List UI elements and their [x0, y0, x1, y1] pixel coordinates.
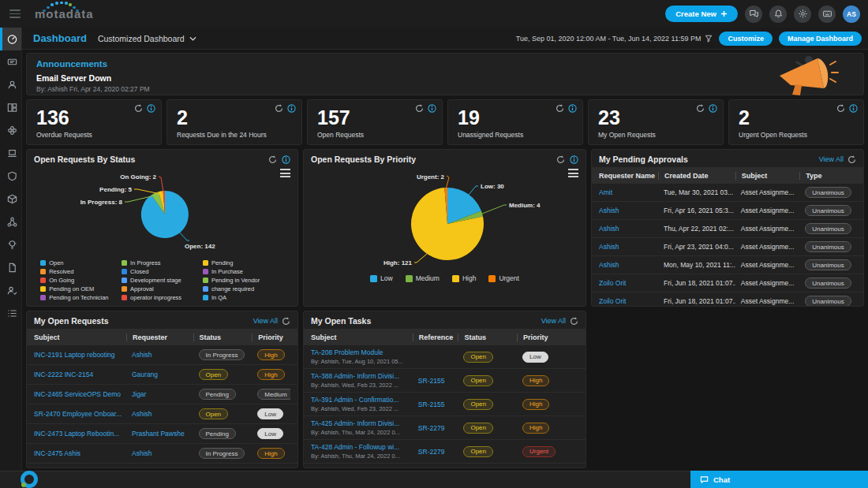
refresh-icon[interactable]	[847, 155, 856, 164]
legend-item[interactable]: On Going	[40, 276, 122, 284]
refresh-icon[interactable]	[836, 104, 845, 113]
legend-item[interactable]: Pending	[203, 259, 284, 266]
sidebar-item-network[interactable]	[0, 210, 21, 233]
refresh-icon[interactable]	[134, 104, 143, 113]
approval-requester-link[interactable]: Ashish	[599, 261, 619, 269]
legend-item[interactable]: In QA	[203, 293, 284, 301]
legend-item[interactable]: High	[452, 274, 476, 282]
info-icon[interactable]	[568, 104, 577, 113]
refresh-icon[interactable]	[275, 104, 283, 113]
legend-item[interactable]: operator inprogress	[122, 293, 203, 301]
user-avatar[interactable]: AS	[843, 6, 860, 23]
chat-bar[interactable]: Chat	[690, 471, 868, 488]
approval-requester-link[interactable]: Zoilo Orit	[599, 297, 626, 305]
reference-link[interactable]: SR-2279	[418, 424, 445, 432]
table-header-row: SubjectRequesterStatusPriority	[27, 329, 297, 345]
legend-item[interactable]: Medium	[406, 274, 440, 282]
legend-item[interactable]: Approval	[122, 285, 203, 292]
refresh-icon[interactable]	[268, 155, 277, 164]
legend-item[interactable]: In Purchase	[203, 267, 284, 275]
request-subject-link[interactable]: SR-2470 Employee Onboar...	[34, 410, 122, 418]
legend-item[interactable]: In Progress	[122, 259, 203, 266]
info-icon[interactable]	[709, 104, 717, 113]
chart-menu-icon[interactable]	[568, 169, 578, 177]
task-subject-link[interactable]: TA-428 Admin - Followup wi...	[311, 443, 399, 451]
sidebar-item-user-check[interactable]	[0, 279, 21, 302]
refresh-icon[interactable]	[570, 317, 578, 326]
request-subject-link[interactable]: INC-2222 INC-2154	[34, 371, 93, 378]
legend-item[interactable]: Urgent	[488, 274, 519, 282]
reference-link[interactable]: SR-2155	[418, 377, 445, 385]
info-icon[interactable]	[849, 104, 858, 113]
create-new-button[interactable]: Create New	[665, 6, 738, 22]
request-subject-link[interactable]: INC-2475 Ashis	[34, 449, 80, 457]
legend-item[interactable]: Pending on Technician	[40, 293, 122, 301]
approval-requester-link[interactable]: Amit	[599, 188, 612, 196]
legend-item[interactable]: Open	[40, 259, 122, 266]
sidebar-item-flower[interactable]	[0, 119, 21, 142]
dashboard-selector[interactable]: Customized Dashboard	[98, 34, 196, 43]
approvals-view-all-link[interactable]: View All	[819, 155, 856, 164]
open-tasks-view-all-link[interactable]: View All	[541, 317, 578, 326]
console-icon[interactable]	[818, 6, 836, 23]
legend-item[interactable]: Pending on OEM	[40, 285, 122, 292]
request-subject-link[interactable]: INC-2191 Laptop rebooting	[34, 351, 115, 359]
requester-link[interactable]: Prashant Pawshe	[132, 430, 185, 438]
main-content: Announcements Email Server Down By: Ashi…	[22, 50, 868, 471]
sidebar-item-dashboard[interactable]	[0, 28, 21, 50]
menu-icon[interactable]	[9, 9, 21, 18]
sidebar-item-bulb[interactable]	[0, 233, 21, 256]
refresh-icon[interactable]	[282, 317, 290, 326]
info-icon[interactable]	[428, 104, 436, 113]
requester-link[interactable]: Ashish	[132, 410, 152, 418]
reference-link[interactable]: SR-2155	[418, 400, 445, 408]
sidebar-item-document[interactable]	[0, 256, 21, 279]
refresh-icon[interactable]	[556, 104, 564, 113]
refresh-icon[interactable]	[415, 104, 424, 113]
task-subject-link[interactable]: TA-425 Admin- Inform Divisi...	[311, 419, 399, 427]
approval-requester-link[interactable]: Ashish	[599, 207, 619, 214]
requester-link[interactable]: Gaurang	[132, 371, 158, 378]
request-subject-link[interactable]: INC-2473 Laptop Rebootin...	[34, 430, 119, 438]
legend-item[interactable]: Resolved	[40, 267, 122, 275]
info-icon[interactable]	[287, 104, 296, 113]
approval-requester-link[interactable]: Ashish	[599, 243, 619, 251]
reference-link[interactable]: SR-2279	[418, 448, 445, 456]
date-range-filter[interactable]: Tue, Sep 01, 2020 12:00 AM - Tue, Jun 14…	[516, 35, 713, 43]
sidebar-item-task-list[interactable]	[0, 302, 21, 325]
legend-item[interactable]: Low	[370, 274, 393, 282]
task-subject-link[interactable]: TA-388 Admin- Inform Divisi...	[311, 372, 399, 380]
sidebar-item-package[interactable]	[0, 188, 21, 210]
bell-icon[interactable]	[769, 6, 787, 23]
approval-requester-link[interactable]: Ashish	[599, 225, 619, 233]
sidebar-item-laptop[interactable]	[0, 142, 21, 165]
sidebar-item-ticket[interactable]	[0, 50, 21, 73]
chat-icon[interactable]	[745, 6, 762, 23]
requester-link[interactable]: Ashish	[132, 351, 152, 359]
requester-link[interactable]: Jigar	[132, 390, 146, 398]
chart-menu-icon[interactable]	[280, 169, 290, 177]
request-subject-link[interactable]: INC-2465 ServiceOPS Demo	[34, 390, 121, 398]
announcement-headline[interactable]: Email Server Down	[36, 73, 854, 83]
legend-item[interactable]: change required	[203, 285, 284, 292]
info-icon[interactable]	[570, 155, 578, 164]
legend-item[interactable]: Pending in Vendor	[203, 276, 284, 284]
refresh-icon[interactable]	[556, 155, 565, 164]
approval-requester-link[interactable]: Zoilo Orit	[599, 279, 626, 287]
task-subject-link[interactable]: TA-391 Admin - Confirmatio...	[311, 396, 398, 404]
info-icon[interactable]	[147, 104, 155, 113]
sidebar-item-shield[interactable]	[0, 165, 21, 188]
task-subject-link[interactable]: TA-208 Problem Module	[311, 348, 383, 356]
settings-icon[interactable]	[794, 6, 811, 23]
requester-link[interactable]: Ashish	[132, 449, 152, 457]
sidebar-item-layout[interactable]	[0, 96, 21, 119]
customize-button[interactable]: Customize	[719, 32, 773, 46]
legend-label: Pending on Technician	[49, 294, 108, 301]
legend-item[interactable]: Development stage	[122, 276, 203, 284]
info-icon[interactable]	[282, 155, 290, 164]
refresh-icon[interactable]	[696, 104, 705, 113]
open-requests-view-all-link[interactable]: View All	[253, 317, 290, 326]
sidebar-item-user[interactable]	[0, 73, 21, 96]
manage-dashboard-button[interactable]: Manage Dashboard	[779, 32, 862, 46]
legend-item[interactable]: Closed	[122, 267, 203, 275]
